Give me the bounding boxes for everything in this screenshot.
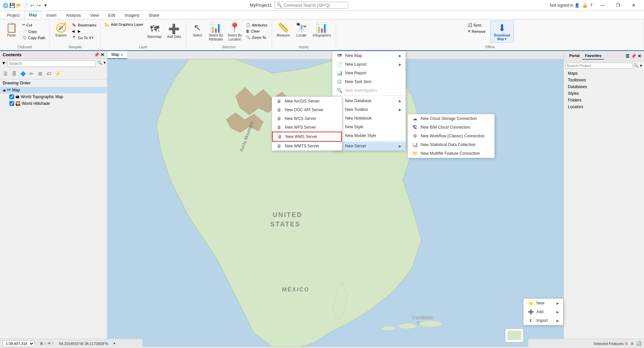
map-tab-main[interactable]: Map ✕ <box>107 51 127 59</box>
locate-button[interactable]: 🔭 Locate <box>293 21 310 39</box>
attributes-button[interactable]: 📋 Attributes <box>245 22 269 28</box>
ribbon-group-inquiry: 📏 Measure 🔭 Locate 📊 Infographics Inquir… <box>272 21 336 49</box>
command-search-input[interactable] <box>283 3 344 8</box>
open-folder-icon[interactable]: 📂 <box>16 3 21 8</box>
contents-panel: Contents 📌 ✕ ▼ 🔍 ▾ ☰ 🗄 🔷 ✏ ⊞ 🏷 ⚡ Drawing… <box>0 51 107 339</box>
map-view[interactable]: Rocky Mountains CANADA UNITED STATES MÉX… <box>107 59 564 347</box>
sync-extent-icon[interactable]: ↕ <box>44 341 46 346</box>
tab-share[interactable]: Share <box>144 11 164 19</box>
layer-type-icon[interactable]: 🔷 <box>19 70 27 78</box>
remove-button[interactable]: ✕ Remove <box>466 28 487 34</box>
project-name: MyProject1 <box>250 3 272 8</box>
right-panel-close-icon[interactable]: ✕ <box>638 54 641 59</box>
paste-button[interactable]: 📋 Paste <box>3 21 20 39</box>
cut-button[interactable]: ✂ Cut <box>21 22 47 28</box>
add-graphics-layer-button[interactable]: 📐 Add Graphics Layer <box>103 21 145 28</box>
pan-icon[interactable]: ✛ <box>48 341 51 346</box>
rp-item-styles[interactable]: Styles <box>564 90 644 97</box>
select-icon: ↖ <box>194 22 201 33</box>
contents-search-input[interactable] <box>7 60 96 67</box>
not-signed-in[interactable]: Not signed in 👤 <box>550 3 580 8</box>
rp-items: Maps Toolboxes Databases Styles Folders … <box>564 70 644 110</box>
help-icon[interactable]: ? <box>590 3 592 8</box>
clipboard-content: 📋 Paste ✂ Cut 📄 Copy 📎 Copy Path <box>3 21 47 45</box>
svg-rect-15 <box>507 331 522 340</box>
minimize-button[interactable]: — <box>595 0 610 11</box>
database-icon[interactable]: 🗄 <box>10 70 18 78</box>
layer-item-hillshade[interactable]: 🌄 World Hillshade <box>0 100 107 107</box>
measure-button[interactable]: 📏 Measure <box>275 21 292 39</box>
basemap-button[interactable]: 🗺 Basemap <box>146 22 164 40</box>
rp-item-folders[interactable]: Folders <box>564 97 644 103</box>
rp-search-icon[interactable]: 🔍 <box>633 63 639 69</box>
selection-icon[interactable]: ⊞ <box>36 70 44 78</box>
tab-favorites[interactable]: Favorites <box>582 52 604 60</box>
layer-item-topo[interactable]: 🏔 World Topographic Map <box>0 93 107 100</box>
notifications-icon[interactable]: 🔔 <box>582 3 587 8</box>
contents-pin-icon[interactable]: 📌 <box>94 52 99 57</box>
new-icon[interactable]: 📄 <box>23 3 28 8</box>
select-location-icon: 📍 <box>229 22 240 33</box>
north-arrow-icon[interactable]: ↑ <box>52 341 54 346</box>
right-panel-pin-icon[interactable]: 📌 <box>631 54 636 59</box>
back-button[interactable]: ◀ <box>70 28 76 34</box>
contents-close-icon[interactable]: ✕ <box>101 52 104 57</box>
more-icon[interactable]: ▼ <box>43 3 48 8</box>
forward-button[interactable]: ▶ <box>76 28 82 34</box>
map-svg: Rocky Mountains CANADA UNITED STATES MÉX… <box>107 59 564 347</box>
select-by-location-button[interactable]: 📍 Select ByLocation <box>226 21 244 43</box>
tab-insert[interactable]: Insert <box>42 11 61 19</box>
restore-button[interactable]: ❐ <box>610 0 626 11</box>
tab-map[interactable]: Map <box>24 11 41 19</box>
topo-layer-name: World Topographic Map <box>21 94 63 99</box>
topo-checkbox[interactable] <box>9 94 14 99</box>
save-icon[interactable]: 💾 <box>9 3 15 8</box>
rp-item-databases[interactable]: Databases <box>564 83 644 90</box>
clear-button[interactable]: 🗑 Clear <box>245 28 269 34</box>
contents-title: Contents <box>3 52 21 57</box>
tab-portal[interactable]: Portal <box>567 52 582 60</box>
copy-path-button[interactable]: 📎 Copy Path <box>21 35 47 41</box>
label-icon[interactable]: 🏷 <box>45 70 53 78</box>
rp-item-toolboxes[interactable]: Toolboxes <box>564 77 644 83</box>
goto-xy-button[interactable]: 📍 Go To XY <box>70 35 98 41</box>
add-data-button[interactable]: ➕ Add Data <box>165 22 183 40</box>
map-tab-close[interactable]: ✕ <box>120 53 123 57</box>
search-options-icon[interactable]: ▾ <box>104 60 106 67</box>
list-view-icon[interactable]: ☰ <box>1 70 9 78</box>
tab-edit[interactable]: Edit <box>104 11 120 19</box>
rp-item-maps[interactable]: Maps <box>564 70 644 77</box>
svg-text:STATES: STATES <box>270 220 301 228</box>
tab-imagery[interactable]: Imagery <box>120 11 144 19</box>
hillshade-checkbox[interactable] <box>9 101 14 106</box>
download-map-button[interactable]: ⬇ DownloadMap ▾ <box>490 21 514 43</box>
compare-icon[interactable]: ⚡ <box>54 70 62 78</box>
copy-button[interactable]: 📄 Copy <box>21 28 47 34</box>
scale-selector[interactable]: 1:39,407,318 <box>3 340 35 347</box>
command-search-bar[interactable]: 🔍 <box>274 2 348 9</box>
rp-item-locators[interactable]: Locators <box>564 103 644 110</box>
explore-button[interactable]: 🧭 Explore <box>52 21 70 39</box>
sync-button[interactable]: 🔄 Sync <box>466 22 487 28</box>
rp-search-options[interactable]: ▾ <box>639 63 643 69</box>
collapse-arrow[interactable]: ◀ <box>3 88 5 92</box>
refresh-icon[interactable]: 🔄 <box>637 341 641 346</box>
edit-icon[interactable]: ✏ <box>28 70 36 78</box>
close-button[interactable]: ✕ <box>626 0 641 11</box>
tab-project[interactable]: Project <box>3 11 24 19</box>
tab-analysis[interactable]: Analysis <box>61 11 85 19</box>
infographics-button[interactable]: 📊 Infographics <box>311 21 333 39</box>
tab-view[interactable]: View <box>86 11 103 19</box>
pause-icon[interactable]: ⏸ <box>630 342 634 346</box>
project-search-input[interactable] <box>565 63 633 69</box>
redo-icon[interactable]: ↪ <box>36 3 42 8</box>
select-button[interactable]: ↖ Select <box>189 21 206 39</box>
fit-extent-icon[interactable]: ⊞ <box>40 341 43 346</box>
undo-icon[interactable]: ↩ <box>30 3 35 8</box>
layer-item-map[interactable]: ◀ 🗺 Map <box>0 87 107 93</box>
select-by-attributes-button[interactable]: 📊 Select ByAttributes <box>207 21 225 43</box>
zoom-to-button[interactable]: 🔍 Zoom To <box>245 34 269 40</box>
right-panel-menu-icon[interactable]: ☰ <box>626 54 630 59</box>
bookmarks-button[interactable]: 🔖 Bookmarks <box>70 22 98 28</box>
title-bar-right: Not signed in 👤 🔔 ? — ❐ ✕ <box>550 0 641 11</box>
